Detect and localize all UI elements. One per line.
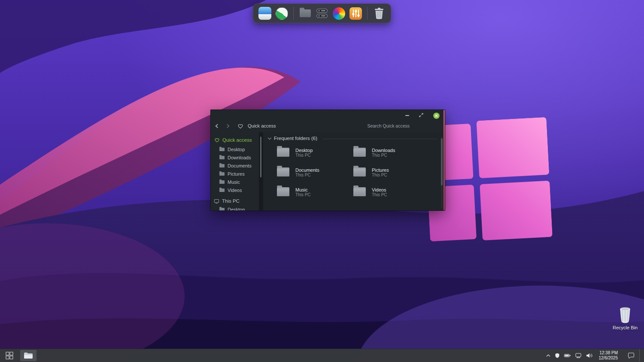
search-input[interactable]: Search Quick access — [367, 123, 410, 128]
scrollbar-thumb[interactable] — [441, 138, 443, 186]
section-divider — [324, 139, 437, 139]
folder-tile-pictures[interactable]: PicturesThis PC — [353, 166, 430, 178]
sidebar-item-pictures[interactable]: Pictures — [214, 170, 259, 178]
breadcrumb[interactable]: Quick access — [248, 123, 276, 128]
taskbar-spacer — [38, 349, 546, 362]
recycle-bin[interactable]: Recycle Bin — [612, 307, 638, 330]
folder-name: Videos — [372, 187, 430, 192]
close-icon — [433, 113, 440, 119]
section-header-row: Frequent folders (6) — [268, 136, 445, 141]
dock-icon-browser[interactable] — [275, 7, 288, 20]
network-icon — [575, 353, 581, 358]
tray-security-shield[interactable] — [555, 353, 559, 358]
window-controls — [211, 110, 445, 119]
browser-icon — [276, 7, 288, 20]
sidebar-item-label: Videos — [228, 188, 242, 193]
maximize-icon — [419, 113, 424, 118]
minimize-button[interactable] — [405, 115, 409, 116]
folder-icon — [277, 187, 289, 196]
show-desktop-button[interactable] — [639, 349, 641, 362]
dock-divider — [367, 7, 368, 20]
dock — [253, 3, 391, 23]
folder-icon — [219, 180, 225, 184]
quick-access-label: Quick access — [222, 137, 252, 143]
start-icon — [6, 352, 13, 359]
content-pane: Frequent folders (6) DesktopThis PCDownl… — [263, 132, 445, 211]
dock-icon-sliders[interactable] — [349, 7, 362, 20]
maximize-button[interactable] — [419, 112, 424, 119]
frequent-folders-grid: DesktopThis PCDownloadsThis PCDocumentsT… — [277, 146, 445, 198]
hidden-icons-chevron[interactable] — [546, 354, 550, 357]
sidebar-item-quick-access[interactable]: Quick access — [214, 137, 259, 143]
section-header[interactable]: Frequent folders (6) — [274, 136, 317, 141]
sidebar-item-label: Downloads — [228, 155, 251, 160]
color-wheel-icon — [333, 7, 345, 20]
sidebar-item-documents[interactable]: Documents — [214, 161, 259, 170]
chevron-up-icon — [546, 354, 550, 357]
folder-icon — [300, 9, 311, 17]
this-pc-label: This PC — [222, 198, 240, 204]
folder-location: This PC — [295, 153, 353, 158]
collapse-chevron-icon[interactable] — [268, 136, 271, 139]
volume-icon — [586, 353, 592, 358]
battery-icon — [564, 354, 571, 357]
tray-battery[interactable] — [564, 354, 571, 357]
folder-tile-downloads[interactable]: DownloadsThis PC — [353, 146, 430, 158]
sidebar-item-label: Pictures — [228, 171, 245, 176]
sidebar-quick-list: DesktopDownloadsDocumentsPicturesMusicVi… — [214, 145, 259, 194]
sidebar-item-music[interactable]: Music — [214, 178, 259, 186]
favorites-heart-icon — [237, 123, 243, 129]
sidebar-item-desktop[interactable]: Desktop — [214, 145, 259, 153]
dock-icon-desktop-settings[interactable] — [258, 7, 271, 20]
monitor-icon — [214, 199, 219, 203]
scrollbar-thumb[interactable] — [260, 137, 261, 177]
taskbar-file-explorer-button[interactable] — [19, 349, 38, 362]
forward-button[interactable] — [225, 124, 230, 128]
dock-divider — [293, 7, 294, 20]
taskbar-clock[interactable]: 12:38 PM 12/6/2025 — [597, 350, 620, 361]
navigation-bar: Quick access Search Quick access — [211, 119, 445, 132]
folder-tile-videos[interactable]: VideosThis PC — [353, 186, 430, 198]
content-scrollbar[interactable] — [441, 137, 443, 209]
action-center-button[interactable] — [628, 353, 635, 359]
folder-location: This PC — [295, 173, 353, 177]
folder-icon — [353, 187, 366, 196]
server-panels-icon — [316, 7, 328, 20]
sidebar-item-label: Music — [228, 179, 240, 185]
sidebar-pc-list: Desktop — [214, 205, 259, 211]
dock-icon-folder[interactable] — [299, 7, 312, 20]
dock-icon-color-wheel[interactable] — [332, 7, 345, 20]
sidebar-item-this-pc[interactable]: This PC — [214, 198, 259, 204]
dock-icon-server-panels[interactable] — [316, 7, 328, 20]
system-tray: 12:38 PM 12/6/2025 — [546, 349, 644, 362]
sidebar-item-videos[interactable]: Videos — [214, 186, 259, 194]
folder-name: Music — [295, 187, 353, 192]
desktop-settings-icon — [258, 7, 271, 20]
recycle-bin-icon — [618, 307, 632, 324]
start-button[interactable] — [0, 349, 19, 362]
tray-network[interactable] — [575, 353, 581, 358]
folder-icon — [353, 167, 366, 176]
folder-tile-music[interactable]: MusicThis PC — [277, 186, 353, 198]
shield-icon — [555, 353, 559, 358]
sidebar-item-label: Desktop — [228, 147, 245, 152]
folder-tile-desktop[interactable]: DesktopThis PC — [277, 146, 353, 158]
folder-location: This PC — [372, 173, 430, 177]
folder-icon — [277, 167, 289, 176]
close-button[interactable] — [433, 113, 440, 119]
folder-name: Desktop — [295, 148, 353, 153]
back-button[interactable] — [216, 124, 220, 128]
sidebar-item-downloads[interactable]: Downloads — [214, 153, 259, 161]
folder-icon — [353, 148, 366, 157]
trash-icon — [374, 7, 385, 20]
tray-volume[interactable] — [586, 353, 592, 358]
folder-name: Documents — [295, 167, 353, 173]
sidebar-scrollbar[interactable] — [259, 132, 263, 211]
folder-tile-documents[interactable]: DocumentsThis PC — [277, 166, 353, 178]
active-app-highlight — [20, 350, 36, 361]
taskbar: 12:38 PM 12/6/2025 — [0, 349, 644, 362]
heart-icon — [214, 137, 220, 143]
sidebar-item-desktop[interactable]: Desktop — [214, 205, 259, 211]
dock-icon-trash[interactable] — [373, 7, 386, 20]
folder-icon — [277, 148, 289, 157]
